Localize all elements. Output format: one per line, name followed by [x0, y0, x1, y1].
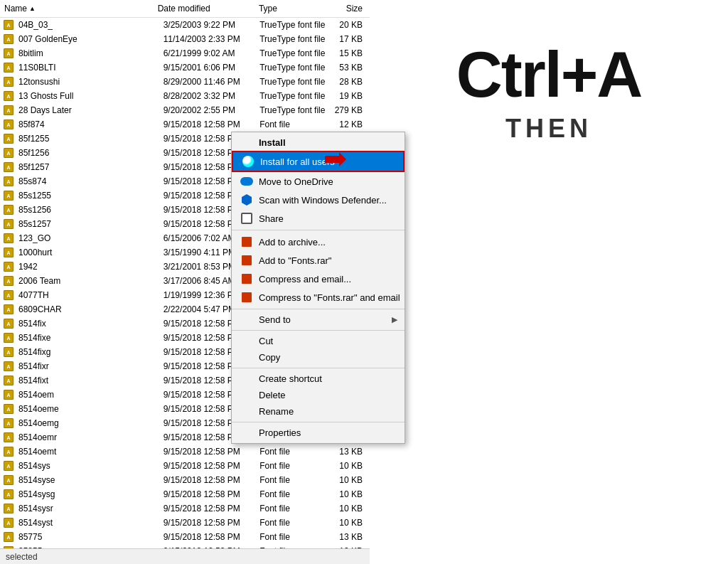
menu-item-add-archive[interactable]: Add to archive... — [232, 233, 405, 251]
file-name: 8514fixt — [17, 376, 164, 385]
then-label: THEN — [505, 114, 592, 144]
share-icon — [240, 212, 253, 225]
table-row[interactable]: A85f8749/15/2018 12:58 PMFont file12 KB — [0, 117, 370, 132]
table-row[interactable]: A28 Days Later9/20/2002 2:55 PMTrueType … — [0, 103, 370, 117]
menu-item-label: Compress and email... — [259, 274, 351, 284]
table-row[interactable]: A13 Ghosts Full8/28/2002 3:32 PMTrueType… — [0, 89, 370, 103]
font-file-icon: A — [3, 76, 14, 87]
file-name: 85s1255 — [17, 191, 164, 201]
table-row[interactable]: A007 GoldenEye11/14/2003 2:33 PMTrueType… — [0, 32, 370, 46]
font-file-icon: A — [3, 119, 14, 130]
menu-item-install[interactable]: Install — [232, 134, 405, 151]
file-name: 1000hurt — [17, 248, 164, 257]
defender-icon — [240, 193, 253, 206]
file-type: TrueType font file — [259, 34, 333, 44]
col-header-name[interactable]: Name ▲ — [0, 2, 154, 15]
table-row[interactable]: A8bitlim6/21/1999 9:02 AMTrueType font f… — [0, 46, 370, 60]
file-size: 19 KB — [333, 91, 370, 101]
file-type: TrueType font file — [259, 20, 333, 30]
file-size: 12 KB — [333, 119, 370, 129]
menu-item-label: Install for all users — [260, 156, 335, 167]
menu-item-compress-rar-email[interactable]: Compress to "Fonts.rar" and email — [232, 288, 405, 307]
file-name: 8514fix — [17, 319, 164, 329]
file-date: 9/15/2018 12:58 PM — [164, 119, 259, 129]
file-name: 8514sysg — [17, 489, 164, 499]
menu-item-cut[interactable]: Cut — [232, 333, 405, 349]
file-date: 9/15/2018 12:58 PM — [164, 461, 259, 471]
menu-item-rename[interactable]: Rename — [232, 403, 405, 420]
font-file-icon: A — [3, 48, 14, 59]
file-size: 13 KB — [333, 532, 370, 542]
font-file-icon: A — [3, 460, 14, 472]
menu-item-label: Delete — [259, 390, 286, 400]
menu-item-install-all[interactable]: Install for all users — [232, 151, 405, 172]
file-type: TrueType font file — [259, 48, 333, 58]
file-type: Font file — [259, 461, 333, 471]
table-row[interactable]: A857759/15/2018 12:58 PMFont file13 KB — [0, 530, 370, 544]
menu-item-label: Rename — [259, 406, 294, 417]
file-size: 279 KB — [333, 105, 370, 115]
file-date: 3/25/2003 9:22 PM — [164, 20, 259, 30]
menu-item-delete[interactable]: Delete — [232, 387, 405, 403]
table-row[interactable]: A12tonsushi8/29/2000 11:46 PMTrueType fo… — [0, 75, 370, 89]
context-menu: InstallInstall for all usersMove to OneD… — [231, 132, 405, 444]
column-headers: Name ▲ Date modified Type Size — [0, 0, 370, 18]
col-header-size[interactable]: Size — [331, 2, 370, 15]
font-file-icon: A — [3, 90, 14, 102]
table-row[interactable]: A8514syse9/15/2018 12:58 PMFont file10 K… — [0, 473, 370, 487]
menu-item-share[interactable]: Share — [232, 209, 405, 228]
file-type: Font file — [259, 504, 333, 514]
menu-item-add-fontsrar[interactable]: Add to "Fonts.rar" — [232, 251, 405, 270]
table-row[interactable]: A04B_03_3/25/2003 9:22 PMTrueType font f… — [0, 18, 370, 32]
file-name: 8514oeme — [17, 404, 164, 414]
table-row[interactable]: A11S0BLTI9/15/2001 6:06 PMTrueType font … — [0, 60, 370, 75]
table-row[interactable]: A8514syst9/15/2018 12:58 PMFont file10 K… — [0, 516, 370, 530]
menu-item-label: Create shortcut — [259, 373, 322, 384]
col-header-type[interactable]: Type — [255, 2, 331, 15]
col-header-date[interactable]: Date modified — [154, 2, 255, 15]
font-file-icon: A — [3, 474, 14, 486]
menu-item-create-shortcut[interactable]: Create shortcut — [232, 371, 405, 387]
file-name: 8514oem — [17, 390, 164, 400]
menu-item-scan-defender[interactable]: Scan with Windows Defender... — [232, 191, 405, 209]
menu-item-compress-email[interactable]: Compress and email... — [232, 270, 405, 288]
file-date: 8/29/2000 11:46 PM — [164, 77, 259, 87]
font-file-icon: A — [3, 503, 14, 514]
menu-separator — [232, 422, 405, 422]
file-size: 10 KB — [333, 489, 370, 499]
file-size: 10 KB — [333, 504, 370, 514]
file-date: 9/15/2018 12:58 PM — [164, 489, 259, 499]
onedrive-icon — [240, 175, 253, 188]
ctrl-a-shortcut: Ctrl+A — [456, 43, 642, 107]
red-arrow-icon — [325, 152, 346, 166]
file-name: 8514syst — [17, 518, 164, 528]
table-row[interactable]: A8514sys9/15/2018 12:58 PMFont file10 KB — [0, 459, 370, 473]
font-file-icon: A — [3, 161, 14, 173]
file-size: 17 KB — [333, 34, 370, 44]
globe-icon — [242, 155, 255, 168]
font-file-icon: A — [3, 218, 14, 230]
menu-item-label: Move to OneDrive — [259, 176, 333, 187]
file-name: 85775 — [17, 532, 164, 542]
font-file-icon: A — [3, 389, 14, 400]
file-name: 1942 — [17, 262, 164, 272]
file-type: Font file — [259, 518, 333, 528]
font-file-icon: A — [3, 275, 14, 287]
table-row[interactable]: A8514oemt9/15/2018 12:58 PMFont file13 K… — [0, 445, 370, 459]
file-date: 6/21/1999 9:02 AM — [164, 48, 259, 58]
font-file-icon: A — [3, 318, 14, 329]
font-file-icon: A — [3, 531, 14, 543]
submenu-arrow-icon: ▶ — [392, 315, 397, 324]
menu-item-copy[interactable]: Copy — [232, 349, 405, 366]
menu-item-move-onedrive[interactable]: Move to OneDrive — [232, 172, 405, 191]
font-file-icon: A — [3, 346, 14, 358]
file-date: 9/15/2001 6:06 PM — [164, 63, 259, 73]
sort-arrow-icon: ▲ — [29, 5, 36, 12]
menu-item-properties[interactable]: Properties — [232, 425, 405, 441]
table-row[interactable]: A8514sysg9/15/2018 12:58 PMFont file10 K… — [0, 487, 370, 501]
file-date: 8/28/2002 3:32 PM — [164, 91, 259, 101]
table-row[interactable]: A8514sysr9/15/2018 12:58 PMFont file10 K… — [0, 501, 370, 516]
file-name: 8514oemr — [17, 432, 164, 442]
file-size: 20 KB — [333, 20, 370, 30]
menu-item-send-to[interactable]: Send to▶ — [232, 312, 405, 328]
